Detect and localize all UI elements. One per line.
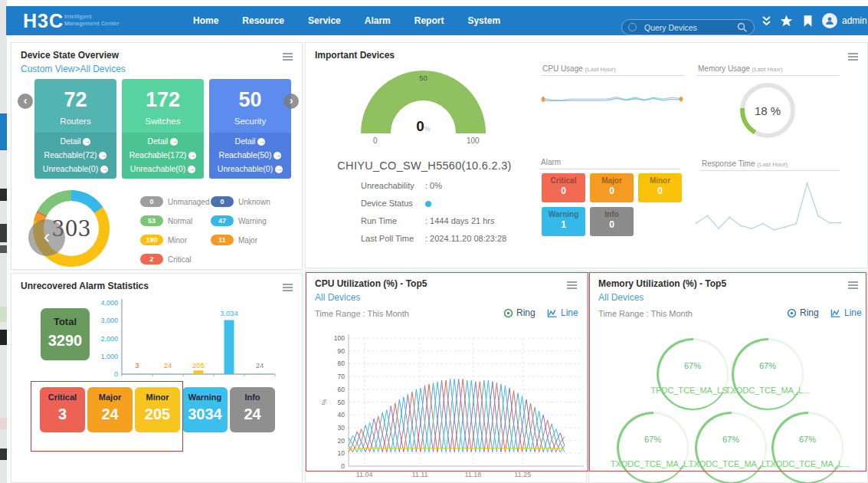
user-menu[interactable]: admin <box>842 6 868 35</box>
carousel-prev-icon[interactable]: ‹ <box>18 94 33 109</box>
ring-device-label: TXODC_TCE_MA_L... <box>746 459 868 468</box>
svg-text:24: 24 <box>164 361 172 370</box>
alarm-box-warning[interactable]: Warning1 <box>542 207 585 236</box>
panel-menu-icon[interactable] <box>848 281 858 283</box>
panel-title: Important Devices <box>315 50 395 61</box>
alarm-header: Alarm <box>541 158 561 166</box>
nav-item-alarm[interactable]: Alarm <box>365 15 391 26</box>
svg-text:30: 30 <box>338 424 346 432</box>
all-devices-link[interactable]: All Devices <box>598 292 644 303</box>
severity-box-critical[interactable]: Critical3 <box>40 387 85 432</box>
cpu-top5-line-chart: 010203040506070809010011.0411.1111.1811.… <box>318 329 586 483</box>
carousel-prev-overlay-icon[interactable]: ‹ <box>28 219 65 256</box>
svg-text:10: 10 <box>338 449 346 457</box>
time-range-label: Time Range : This Month <box>598 309 693 318</box>
unreachable-link[interactable]: Unreachable(0)→ <box>122 162 204 176</box>
device-type-label: Security <box>209 117 291 126</box>
svg-text:3,034: 3,034 <box>220 309 238 317</box>
search-icon[interactable] <box>737 22 748 33</box>
carousel-next-icon[interactable]: › <box>283 94 299 109</box>
alarm-total-value: 3290 <box>41 332 90 350</box>
panel-menu-icon[interactable] <box>567 281 577 283</box>
nav-item-report[interactable]: Report <box>414 15 444 26</box>
unrecovered-alarm-panel: Unrecovered Alarm Statistics Total 3290 … <box>11 273 303 483</box>
detail-link[interactable]: Detail→ <box>34 134 116 148</box>
device-health-gauge: 50 0% <box>361 71 486 133</box>
panel-title: CPU Utilization (%) - Top5 <box>315 278 427 289</box>
severity-box-minor[interactable]: Minor205 <box>135 387 180 432</box>
device-state-panel: Device State Overview Custom View>All De… <box>11 42 303 270</box>
panel-title: Device State Overview <box>21 50 119 61</box>
svg-text:11.11: 11.11 <box>411 471 427 478</box>
collapse-chevrons-icon[interactable] <box>762 6 771 35</box>
device-card-switches: 172 Switches Detail→ Reachable(172)→ Unr… <box>122 79 204 179</box>
reachable-link[interactable]: Reachable(50)→ <box>209 148 291 162</box>
gauge-value: 0% <box>391 118 456 135</box>
bookmark-icon[interactable] <box>803 6 813 35</box>
reachable-link[interactable]: Reachable(72)→ <box>34 148 116 162</box>
severity-box-warning[interactable]: Warning3034 <box>182 387 228 432</box>
alarm-box-minor[interactable]: Minor0 <box>638 173 682 202</box>
legend-item-unmanaged[interactable]: 0 Unmanaged <box>140 196 209 207</box>
svg-text:2,000: 2,000 <box>100 335 118 343</box>
line-view-toggle[interactable]: Line <box>547 307 578 318</box>
memory-ring-chart: 67% TXODC_TCE_MA_L... <box>732 338 804 410</box>
nav-item-service[interactable]: Service <box>308 15 341 26</box>
arrow-icon: → <box>188 166 195 173</box>
reachable-link[interactable]: Reachable(172)→ <box>122 148 204 162</box>
legend-item-major[interactable]: 11 Major <box>211 235 257 245</box>
svg-text:0: 0 <box>114 370 118 378</box>
device-count: 50 <box>209 88 291 112</box>
panel-menu-icon[interactable] <box>283 284 293 285</box>
line-view-toggle[interactable]: Line <box>830 307 862 318</box>
nav-item-resource[interactable]: Resource <box>242 15 284 26</box>
all-devices-link[interactable]: All Devices <box>315 292 360 303</box>
arrow-icon: → <box>83 138 90 146</box>
legend-item-minor[interactable]: 190 Minor <box>140 235 187 245</box>
memory-ring-chart: 67% TXODC_TCE_MA_L... <box>617 412 689 483</box>
legend-item-normal[interactable]: 53 Normal <box>140 215 192 226</box>
panel-menu-icon[interactable] <box>283 53 293 54</box>
search-scope-icon <box>628 23 637 31</box>
alarm-box-info[interactable]: Info0 <box>590 207 634 236</box>
info-row-run-time: Run Time: 1444 days 21 hrs <box>361 216 495 225</box>
arrow-icon: → <box>100 166 108 173</box>
alarm-box-critical[interactable]: Critical0 <box>542 173 585 202</box>
unreachable-link[interactable]: Unreachable(0)→ <box>209 162 291 176</box>
favorite-star-icon[interactable] <box>780 6 793 35</box>
nav-item-system[interactable]: System <box>467 15 500 26</box>
device-count: 172 <box>122 88 204 112</box>
severity-box-info[interactable]: Info24 <box>230 387 275 432</box>
legend-item-critical[interactable]: 2 Critical <box>140 254 192 264</box>
response-time-header: Response Time (Last Hour) <box>702 159 788 168</box>
memory-usage-value: 18 % <box>755 104 781 117</box>
detail-link[interactable]: Detail→ <box>209 134 291 148</box>
nav-item-home[interactable]: Home <box>193 15 218 26</box>
legend-item-warning[interactable]: 47 Warning <box>211 215 267 226</box>
detail-link[interactable]: Detail→ <box>122 134 204 148</box>
device-search[interactable] <box>621 19 755 35</box>
custom-view-link[interactable]: Custom View>All Devices <box>21 64 126 74</box>
line-chart-icon <box>547 308 558 318</box>
time-range-label: Time Range : This Month <box>315 309 409 318</box>
svg-text:%: % <box>320 399 328 405</box>
logo-tagline: IntelligentManagement Center <box>64 13 120 27</box>
cpu-top5-panel: CPU Utilization (%) - Top5 All Devices T… <box>305 271 587 483</box>
memory-top5-rings: 67% TPDC_TCE_MA_LS... 67% TXODC_TCE_MA_L… <box>589 322 867 482</box>
svg-text:1,000: 1,000 <box>100 353 118 360</box>
arrow-icon: → <box>274 152 281 159</box>
h3c-logo: H3C <box>23 10 64 32</box>
severity-box-major[interactable]: Major24 <box>87 387 133 432</box>
ring-view-toggle[interactable]: Ring <box>787 307 819 318</box>
search-input[interactable] <box>643 22 737 33</box>
panel-menu-icon[interactable] <box>848 53 858 54</box>
svg-text:11.25: 11.25 <box>514 471 531 478</box>
unreachable-link[interactable]: Unreachable(0)→ <box>34 162 116 176</box>
svg-text:4,000: 4,000 <box>100 299 118 307</box>
ring-view-toggle[interactable]: Ring <box>503 307 536 318</box>
svg-text:60: 60 <box>338 386 346 393</box>
alarm-box-major[interactable]: Major0 <box>590 173 634 202</box>
legend-item-unknown[interactable]: 0 Unknown <box>211 196 270 207</box>
user-avatar[interactable] <box>822 6 837 35</box>
panel-title: Unrecovered Alarm Statistics <box>21 281 149 291</box>
